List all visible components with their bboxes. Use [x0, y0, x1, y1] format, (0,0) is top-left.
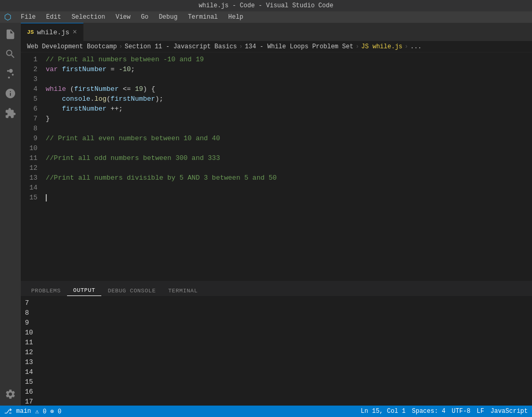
- status-bar: ⎇ main ⚠ 0 ⊗ 0 Ln 15, Col 1 Spaces: 4 UT…: [0, 406, 532, 417]
- output-line-slash: 7: [25, 298, 528, 308]
- code-line-7: 7 }: [21, 114, 532, 124]
- menu-edit[interactable]: Edit: [42, 12, 65, 22]
- settings-icon[interactable]: [1, 385, 20, 403]
- js-file-icon: JS: [27, 29, 34, 35]
- tab-close-button[interactable]: ×: [73, 28, 77, 36]
- status-line-ending[interactable]: LF: [477, 408, 484, 415]
- breadcrumb-more[interactable]: ...: [410, 43, 422, 50]
- output-line-8: 8: [25, 308, 528, 318]
- breadcrumb-bootcamp[interactable]: Web Development Bootcamp: [27, 43, 117, 50]
- code-line-12: 12: [21, 163, 532, 173]
- status-errors[interactable]: ⚠ 0 ⊗ 0: [35, 408, 61, 415]
- status-branch-icon: ⎇: [4, 407, 12, 415]
- window-title: while.js - Code - Visual Studio Code: [198, 2, 333, 9]
- code-line-6: 6 firstNumber ++;: [21, 104, 532, 114]
- vscode-icon: ⬡: [4, 12, 11, 22]
- output-line-11: 11: [25, 338, 528, 347]
- status-right: Ln 15, Col 1 Spaces: 4 UTF-8 LF JavaScri…: [361, 408, 528, 415]
- menu-help[interactable]: Help: [224, 12, 247, 22]
- code-line-15: 15: [21, 193, 532, 203]
- status-branch[interactable]: main: [16, 408, 31, 415]
- panel: PROBLEMS OUTPUT DEBUG CONSOLE TERMINAL 7…: [21, 281, 532, 406]
- output-line-12: 12: [25, 347, 528, 357]
- status-line-col[interactable]: Ln 15, Col 1: [361, 408, 405, 415]
- status-language[interactable]: JavaScript: [490, 408, 528, 415]
- code-line-3: 3: [21, 74, 532, 84]
- files-icon[interactable]: [1, 25, 20, 44]
- extensions-icon[interactable]: [1, 104, 20, 123]
- menu-view[interactable]: View: [111, 12, 135, 22]
- tab-filename: while.js: [37, 29, 69, 36]
- breadcrumb-section[interactable]: Section 11 - Javascript Basics: [125, 43, 237, 50]
- tab-bar: JS while.js ×: [21, 23, 532, 41]
- tab-output[interactable]: OUTPUT: [67, 285, 102, 296]
- status-spaces[interactable]: Spaces: 4: [412, 408, 446, 415]
- menu-bar: ⬡ File Edit Selection View Go Debug Term…: [0, 11, 532, 23]
- code-line-4: 4 while (firstNumber <= 19) {: [21, 84, 532, 94]
- panel-tabs: PROBLEMS OUTPUT DEBUG CONSOLE TERMINAL: [21, 281, 532, 296]
- code-line-10: 10: [21, 143, 532, 153]
- menu-go[interactable]: Go: [137, 12, 152, 22]
- code-line-8: 8: [21, 124, 532, 133]
- menu-debug[interactable]: Debug: [155, 12, 182, 22]
- output-line-15: 15: [25, 377, 528, 387]
- status-left: ⎇ main ⚠ 0 ⊗ 0: [4, 407, 61, 415]
- output-line-10: 10: [25, 328, 528, 338]
- search-icon[interactable]: [1, 45, 20, 63]
- source-control-icon[interactable]: [1, 64, 20, 83]
- breadcrumb-file[interactable]: JS while.js: [361, 43, 402, 50]
- output-line-17: 17: [25, 397, 528, 406]
- code-line-2: 2 var firstNumber = -10;: [21, 64, 532, 74]
- output-line-16: 16: [25, 387, 528, 397]
- activity-bar: [0, 23, 21, 406]
- menu-selection[interactable]: Selection: [68, 12, 110, 22]
- code-line-13: 13 //Print all numbers divisible by 5 AN…: [21, 173, 532, 183]
- status-encoding[interactable]: UTF-8: [452, 408, 471, 415]
- tab-terminal[interactable]: TERMINAL: [162, 286, 204, 296]
- code-line-11: 11 //Print all odd numbers between 300 a…: [21, 153, 532, 163]
- debug-icon[interactable]: [1, 84, 20, 103]
- main-layout: JS while.js × Web Development Bootcamp ›…: [0, 23, 532, 406]
- code-line-14: 14: [21, 183, 532, 193]
- breadcrumb-lesson[interactable]: 134 - While Loops Problem Set: [245, 43, 353, 50]
- editor-area: JS while.js × Web Development Bootcamp ›…: [21, 23, 532, 406]
- code-editor[interactable]: 1 // Print all numbers between -10 and 1…: [21, 52, 532, 281]
- tab-debug-console[interactable]: DEBUG CONSOLE: [101, 286, 162, 296]
- panel-content[interactable]: 7 8 9 10 11 12 13 14 15 16 17 18 19 [Don…: [21, 296, 532, 406]
- output-line-9: 9: [25, 318, 528, 328]
- code-line-9: 9 // Print all even numbers between 10 a…: [21, 133, 532, 143]
- tab-problems[interactable]: PROBLEMS: [25, 286, 67, 296]
- output-line-14: 14: [25, 367, 528, 377]
- file-tab[interactable]: JS while.js ×: [21, 23, 84, 41]
- breadcrumb: Web Development Bootcamp › Section 11 - …: [21, 41, 532, 52]
- title-bar: while.js - Code - Visual Studio Code: [0, 0, 532, 11]
- menu-file[interactable]: File: [17, 12, 40, 22]
- menu-terminal[interactable]: Terminal: [184, 12, 222, 22]
- code-line-1: 1 // Print all numbers between -10 and 1…: [21, 55, 532, 64]
- output-line-13: 13: [25, 357, 528, 367]
- code-line-5: 5 console.log(firstNumber);: [21, 94, 532, 104]
